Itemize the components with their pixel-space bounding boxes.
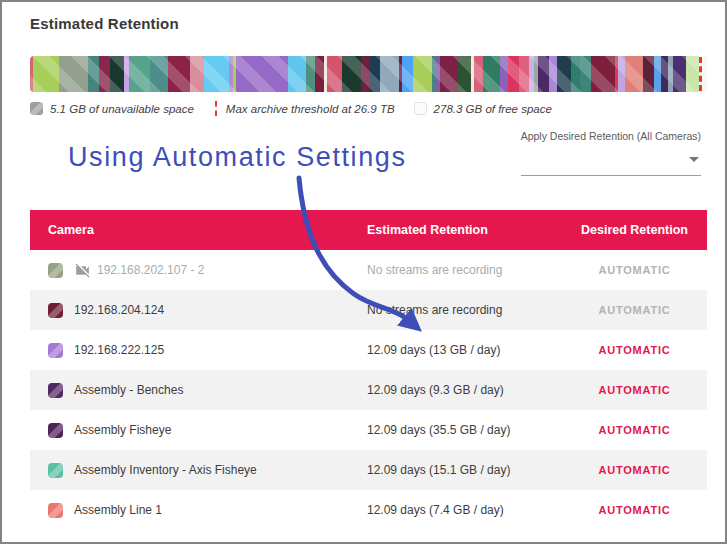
camera-name: Assembly Line 1 bbox=[74, 503, 162, 517]
estimated-retention-value: 12.09 days (7.4 GB / day) bbox=[367, 503, 562, 517]
estimated-retention-value: 12.09 days (13 GB / day) bbox=[367, 343, 562, 357]
retention-settings-panel: Estimated Retention 5.1 GB of unavailabl… bbox=[0, 0, 727, 544]
table-row[interactable]: 192.168.202.107 - 2 No streams are recor… bbox=[30, 250, 707, 290]
estimated-retention-value: No streams are recording bbox=[367, 303, 562, 317]
storage-segment bbox=[369, 56, 380, 92]
table-body: 192.168.202.107 - 2 No streams are recor… bbox=[30, 250, 707, 530]
desired-retention-value[interactable]: AUTOMATIC bbox=[562, 504, 707, 516]
camera-off-icon bbox=[74, 262, 91, 279]
storage-segment bbox=[508, 56, 519, 92]
desired-retention-value[interactable]: AUTOMATIC bbox=[562, 304, 707, 316]
camera-cell: 192.168.204.124 bbox=[30, 303, 367, 318]
storage-segment bbox=[288, 56, 305, 92]
storage-segment bbox=[643, 56, 654, 92]
camera-color-swatch bbox=[48, 303, 63, 318]
table-row[interactable]: Assembly Inventory - Axis Fisheye 12.09 … bbox=[30, 450, 707, 490]
storage-segment bbox=[625, 56, 643, 92]
storage-segment bbox=[150, 56, 168, 92]
storage-segment bbox=[686, 56, 699, 92]
storage-segment bbox=[99, 56, 110, 92]
storage-segment bbox=[168, 56, 190, 92]
camera-color-swatch bbox=[48, 463, 63, 478]
legend-label: Max archive threshold at 26.9 TB bbox=[226, 103, 395, 115]
storage-segment bbox=[33, 56, 59, 92]
table-row[interactable]: Assembly Fisheye 12.09 days (35.5 GB / d… bbox=[30, 410, 707, 450]
storage-usage-bar bbox=[30, 56, 707, 92]
storage-segment bbox=[59, 56, 87, 92]
camera-color-swatch bbox=[48, 263, 63, 278]
page-title: Estimated Retention bbox=[30, 15, 179, 32]
storage-segment bbox=[673, 56, 686, 92]
camera-name: Assembly Inventory - Axis Fisheye bbox=[74, 463, 257, 477]
camera-cell: Assembly Inventory - Axis Fisheye bbox=[30, 463, 367, 478]
storage-segment bbox=[204, 56, 228, 92]
legend-label: 5.1 GB of unavailable space bbox=[50, 103, 194, 115]
storage-segment bbox=[557, 56, 571, 92]
chevron-down-icon[interactable] bbox=[689, 157, 699, 162]
camera-name: 192.168.204.124 bbox=[74, 303, 164, 317]
table-header-row: Camera Estimated Retention Desired Reten… bbox=[30, 210, 707, 250]
desired-retention-value[interactable]: AUTOMATIC bbox=[562, 424, 707, 436]
storage-segment bbox=[342, 56, 361, 92]
desired-retention-value[interactable]: AUTOMATIC bbox=[562, 344, 707, 356]
column-header-camera: Camera bbox=[30, 223, 367, 237]
camera-name: 192.168.222.125 bbox=[74, 343, 164, 357]
estimated-retention-value: No streams are recording bbox=[367, 263, 562, 277]
table-row[interactable]: 192.168.204.124 No streams are recording… bbox=[30, 290, 707, 330]
storage-segment bbox=[315, 56, 324, 92]
storage-segment bbox=[380, 56, 399, 92]
storage-segment bbox=[519, 56, 528, 92]
camera-name: 192.168.202.107 - 2 bbox=[97, 263, 204, 277]
camera-cell: Assembly Fisheye bbox=[30, 423, 367, 438]
storage-segment bbox=[129, 56, 149, 92]
table-row[interactable]: Assembly Line 1 12.09 days (7.4 GB / day… bbox=[30, 490, 707, 530]
desired-retention-value[interactable]: AUTOMATIC bbox=[562, 464, 707, 476]
max-archive-threshold-marker bbox=[699, 57, 702, 91]
legend-item-free-space: 278.3 GB of free space bbox=[414, 102, 552, 115]
cameras-table: Camera Estimated Retention Desired Reten… bbox=[30, 210, 707, 530]
storage-segment bbox=[306, 56, 315, 92]
storage-segment bbox=[327, 56, 342, 92]
storage-segment bbox=[500, 56, 508, 92]
storage-segment bbox=[591, 56, 614, 92]
apply-desired-retention-block: Apply Desired Retention (All Cameras) bbox=[521, 130, 701, 176]
storage-segment bbox=[571, 56, 580, 92]
storage-segment bbox=[440, 56, 457, 92]
storage-segment bbox=[474, 56, 483, 92]
desired-retention-value[interactable]: AUTOMATIC bbox=[562, 264, 707, 276]
storage-segment bbox=[538, 56, 549, 92]
camera-cell: Assembly Line 1 bbox=[30, 503, 367, 518]
desired-retention-value[interactable]: AUTOMATIC bbox=[562, 384, 707, 396]
storage-segment bbox=[110, 56, 124, 92]
apply-desired-retention-label: Apply Desired Retention (All Cameras) bbox=[521, 130, 701, 142]
camera-name: Assembly - Benches bbox=[74, 383, 183, 397]
table-row[interactable]: 192.168.222.125 12.09 days (13 GB / day)… bbox=[30, 330, 707, 370]
storage-segment bbox=[618, 56, 625, 92]
storage-segment bbox=[402, 56, 413, 92]
free-space-swatch-icon bbox=[414, 102, 427, 115]
table-row[interactable]: Assembly - Benches 12.09 days (9.3 GB / … bbox=[30, 370, 707, 410]
storage-segment bbox=[413, 56, 432, 92]
annotation-text: Using Automatic Settings bbox=[68, 142, 407, 173]
camera-color-swatch bbox=[48, 423, 63, 438]
storage-segment bbox=[661, 56, 668, 92]
estimated-retention-value: 12.09 days (9.3 GB / day) bbox=[367, 383, 562, 397]
camera-color-swatch bbox=[48, 503, 63, 518]
camera-name: Assembly Fisheye bbox=[74, 423, 171, 437]
storage-segment bbox=[483, 56, 500, 92]
camera-color-swatch bbox=[48, 383, 63, 398]
legend-label: 278.3 GB of free space bbox=[434, 103, 552, 115]
estimated-retention-value: 12.09 days (35.5 GB / day) bbox=[367, 423, 562, 437]
storage-segment bbox=[361, 56, 368, 92]
storage-segment bbox=[458, 56, 471, 92]
legend-item-threshold: Max archive threshold at 26.9 TB bbox=[213, 101, 395, 116]
storage-segment bbox=[549, 56, 557, 92]
apply-desired-retention-select[interactable] bbox=[521, 142, 701, 176]
column-header-desired-retention: Desired Retention bbox=[562, 223, 707, 237]
column-header-estimated-retention: Estimated Retention bbox=[367, 223, 562, 237]
estimated-retention-value: 12.09 days (15.1 GB / day) bbox=[367, 463, 562, 477]
camera-cell: 192.168.202.107 - 2 bbox=[30, 262, 367, 279]
unavailable-space-swatch-icon bbox=[30, 102, 43, 115]
threshold-dashed-line-icon bbox=[215, 101, 217, 116]
camera-color-swatch bbox=[48, 343, 63, 358]
